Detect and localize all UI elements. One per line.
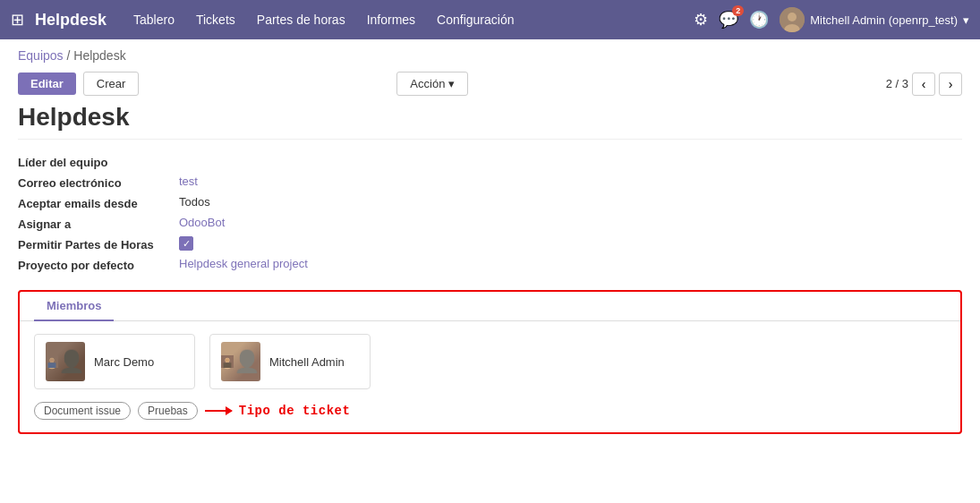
pager-prev-button[interactable]: ‹ (912, 72, 935, 96)
aceptar-value: Todos (179, 195, 210, 209)
ticket-type-label: Tipo de ticket (239, 404, 351, 418)
svg-point-6 (50, 358, 54, 362)
permitir-checkbox[interactable]: ✓ (179, 236, 193, 251)
ticket-tag-document[interactable]: Document issue (34, 402, 131, 420)
proyecto-value[interactable]: Helpdesk general project (179, 257, 308, 270)
arrow-line-icon (205, 410, 232, 412)
action-dropdown-button[interactable]: Acción ▾ (396, 72, 468, 96)
user-label: Mitchell Admin (openrp_test) (810, 13, 958, 27)
member-card-marc[interactable]: Marc Demo (34, 334, 195, 389)
ticket-types-row: Document issue Pruebas Tipo de ticket (34, 402, 946, 420)
svg-point-1 (788, 13, 797, 21)
avatar-mitchell (221, 342, 260, 381)
user-avatar (780, 7, 805, 32)
member-card-mitchell[interactable]: Mitchell Admin (209, 334, 371, 389)
create-button[interactable]: Crear (83, 72, 140, 96)
action-label: Acción (410, 77, 445, 90)
field-lider: Líder del equipo (18, 154, 962, 169)
chat-badge: 2 (732, 5, 744, 16)
menu-tablero[interactable]: Tablero (124, 9, 183, 30)
pager: 2 / 3 ‹ › (886, 72, 962, 96)
checkbox-checked-icon: ✓ (179, 236, 193, 251)
ticket-tag-pruebas[interactable]: Pruebas (138, 402, 198, 420)
user-menu[interactable]: Mitchell Admin (openrp_test) ▾ (780, 7, 969, 32)
user-dropdown-icon: ▾ (963, 13, 969, 27)
marc-avatar-image (46, 342, 58, 381)
menu-configuracion[interactable]: Configuración (428, 9, 523, 30)
member-name-marc: Marc Demo (94, 355, 154, 369)
members-tab-bar: Miembros (20, 292, 960, 321)
field-correo: Correo electrónico test (18, 175, 962, 190)
action-bar: Editar Crear Acción ▾ 2 / 3 ‹ › (0, 68, 980, 103)
field-aceptar: Aceptar emails desde Todos (18, 195, 962, 210)
settings-icon[interactable]: ⚙ (694, 10, 708, 30)
menu-informes[interactable]: Informes (358, 9, 424, 30)
breadcrumb: Equipos / Helpdesk (0, 39, 980, 68)
members-section: Miembros Marc Demo (18, 290, 962, 434)
menu-partes[interactable]: Partes de horas (248, 9, 354, 30)
member-name-mitchell: Mitchell Admin (269, 355, 345, 369)
nav-right: ⚙ 💬 2 🕐 Mitchell Admin (openrp_test) ▾ (694, 7, 969, 32)
tab-miembros[interactable]: Miembros (34, 292, 114, 321)
correo-label: Correo electrónico (18, 175, 179, 190)
members-body: Marc Demo Mitchell Admin (20, 321, 960, 432)
menu-tickets[interactable]: Tickets (187, 9, 244, 30)
ticket-arrow (205, 410, 232, 412)
pager-text: 2 / 3 (886, 77, 908, 90)
main-content: Helpdesk Líder del equipo Correo electró… (0, 103, 980, 452)
mitchell-avatar-image (221, 342, 234, 381)
app-grid-icon[interactable]: ⊞ (11, 10, 24, 30)
pager-next-button[interactable]: › (939, 72, 962, 96)
field-permitir: Permitir Partes de Horas ✓ (18, 236, 962, 252)
top-navigation: ⊞ Helpdesk Tablero Tickets Partes de hor… (0, 0, 980, 39)
correo-value[interactable]: test (179, 175, 198, 188)
breadcrumb-parent[interactable]: Equipos (18, 48, 64, 63)
proyecto-label: Proyecto por defecto (18, 257, 179, 272)
avatar-marc (46, 342, 85, 381)
edit-button[interactable]: Editar (18, 72, 76, 95)
field-asignar: Asignar a OdooBot (18, 216, 962, 231)
svg-rect-7 (48, 362, 56, 368)
chat-icon[interactable]: 💬 2 (719, 10, 738, 30)
lider-label: Líder del equipo (18, 154, 179, 169)
form-fields: Líder del equipo Correo electrónico test… (18, 154, 962, 272)
svg-point-11 (226, 358, 229, 362)
svg-rect-12 (224, 362, 232, 368)
page-title: Helpdesk (18, 103, 962, 140)
aceptar-label: Aceptar emails desde (18, 195, 179, 210)
asignar-value[interactable]: OdooBot (179, 216, 225, 229)
field-proyecto: Proyecto por defecto Helpdesk general pr… (18, 257, 962, 272)
breadcrumb-current: Helpdesk (73, 48, 125, 63)
asignar-label: Asignar a (18, 216, 179, 231)
main-menu: Tablero Tickets Partes de horas Informes… (124, 9, 694, 30)
clock-icon[interactable]: 🕐 (749, 10, 769, 30)
app-logo: Helpdesk (35, 11, 107, 30)
grid-icon: ⊞ (11, 10, 24, 30)
members-list: Marc Demo Mitchell Admin (34, 334, 946, 389)
action-chevron-icon: ▾ (448, 77, 455, 90)
permitir-label: Permitir Partes de Horas (18, 236, 179, 252)
